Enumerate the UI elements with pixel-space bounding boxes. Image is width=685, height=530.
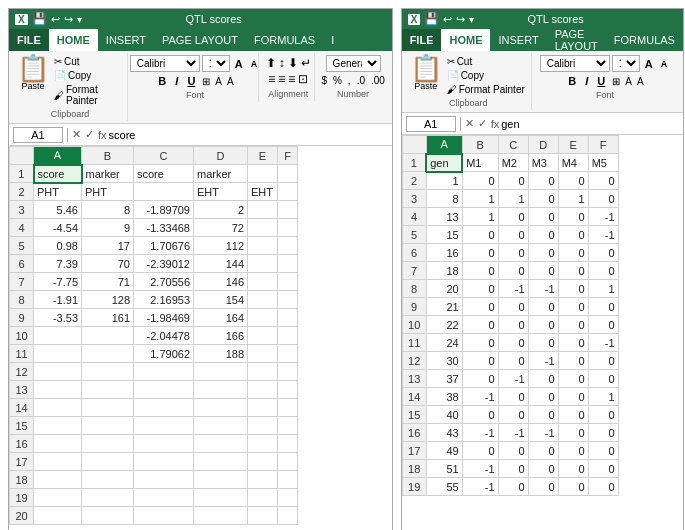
cell-B4-b[interactable]: 1 xyxy=(462,208,498,226)
cell-D9-a[interactable]: 164 xyxy=(194,309,248,327)
cell-E14-a[interactable] xyxy=(248,399,278,417)
cell-F13-b[interactable]: 0 xyxy=(588,370,618,388)
cell-E7-a[interactable] xyxy=(248,273,278,291)
cell-C10-a[interactable]: -2.04478 xyxy=(134,327,194,345)
increase-font-btn-b[interactable]: A xyxy=(642,57,656,71)
cell-E2-a[interactable]: EHT xyxy=(248,183,278,201)
tab-insert-a[interactable]: INSERT xyxy=(98,29,154,51)
cell-B1-b[interactable]: M1 xyxy=(462,154,498,172)
cell-B13-b[interactable]: 0 xyxy=(462,370,498,388)
number-format-select-a[interactable]: General xyxy=(326,55,381,72)
comma-btn-a[interactable]: , xyxy=(346,74,353,87)
cell-D9-b[interactable]: 0 xyxy=(528,298,558,316)
cell-D1-b[interactable]: M3 xyxy=(528,154,558,172)
bold-btn-a[interactable]: B xyxy=(155,74,169,88)
cell-F11-b[interactable]: -1 xyxy=(588,334,618,352)
cell-C9-b[interactable]: 0 xyxy=(498,298,528,316)
tab-file-a[interactable]: FILE xyxy=(9,29,49,51)
cell-C20-a[interactable] xyxy=(134,507,194,525)
row-header-15[interactable]: 15 xyxy=(402,406,426,424)
fill-color-btn-a[interactable]: A xyxy=(214,75,223,88)
underline-btn-a[interactable]: U xyxy=(184,74,198,88)
cell-E2-b[interactable]: 0 xyxy=(558,172,588,190)
row-header-9[interactable]: 9 xyxy=(402,298,426,316)
cell-C5-b[interactable]: 0 xyxy=(498,226,528,244)
cell-E11-a[interactable] xyxy=(248,345,278,363)
cell-F1-b[interactable]: M5 xyxy=(588,154,618,172)
font-color-btn-b[interactable]: A xyxy=(636,75,645,88)
cell-D7-a[interactable]: 146 xyxy=(194,273,248,291)
cell-E12-b[interactable]: 0 xyxy=(558,352,588,370)
dec-decimal-btn-a[interactable]: .00 xyxy=(369,74,387,87)
row-header-7[interactable]: 7 xyxy=(10,273,34,291)
decrease-font-btn-b[interactable]: A xyxy=(658,58,671,70)
cell-F5-a[interactable] xyxy=(278,237,298,255)
cell-A11-b[interactable]: 24 xyxy=(426,334,462,352)
cell-E15-b[interactable]: 0 xyxy=(558,406,588,424)
cell-C18-b[interactable]: 0 xyxy=(498,460,528,478)
cell-D20-a[interactable] xyxy=(194,507,248,525)
cell-B3-a[interactable]: 8 xyxy=(82,201,134,219)
cell-E19-b[interactable]: 0 xyxy=(558,478,588,496)
cell-C11-a[interactable]: 1.79062 xyxy=(134,345,194,363)
copy-btn-a[interactable]: 📄Copy xyxy=(52,69,123,82)
cell-D10-b[interactable]: 0 xyxy=(528,316,558,334)
cell-E9-a[interactable] xyxy=(248,309,278,327)
cell-D10-a[interactable]: 166 xyxy=(194,327,248,345)
row-header-17[interactable]: 17 xyxy=(10,453,34,471)
row-header-11[interactable]: 11 xyxy=(402,334,426,352)
cell-E7-b[interactable]: 0 xyxy=(558,262,588,280)
cancel-formula-icon-a[interactable]: ✕ xyxy=(72,128,81,141)
col-header-F-a[interactable]: F xyxy=(278,147,298,165)
cell-F10-b[interactable]: 0 xyxy=(588,316,618,334)
cell-B11-a[interactable] xyxy=(82,345,134,363)
col-header-A-b[interactable]: A xyxy=(426,136,462,154)
cell-A1-b[interactable]: gen xyxy=(426,154,462,172)
cell-F10-a[interactable] xyxy=(278,327,298,345)
cut-btn-b[interactable]: ✂Cut xyxy=(445,55,527,68)
cell-F18-b[interactable]: 0 xyxy=(588,460,618,478)
row-header-6[interactable]: 6 xyxy=(402,244,426,262)
cell-A3-a[interactable]: 5.46 xyxy=(34,201,82,219)
cell-D5-a[interactable]: 112 xyxy=(194,237,248,255)
cell-A17-b[interactable]: 49 xyxy=(426,442,462,460)
row-header-12[interactable]: 12 xyxy=(10,363,34,381)
row-header-10[interactable]: 10 xyxy=(402,316,426,334)
undo-icon-b[interactable]: ↩ xyxy=(443,13,452,26)
row-header-6[interactable]: 6 xyxy=(10,255,34,273)
cell-A4-a[interactable]: -4.54 xyxy=(34,219,82,237)
cell-F6-a[interactable] xyxy=(278,255,298,273)
cell-B20-a[interactable] xyxy=(82,507,134,525)
align-center-icon-a[interactable]: ≡ xyxy=(277,71,286,87)
cell-C12-a[interactable] xyxy=(134,363,194,381)
cell-D16-b[interactable]: -1 xyxy=(528,424,558,442)
inc-decimal-btn-a[interactable]: .0 xyxy=(355,74,367,87)
cell-C4-a[interactable]: -1.33468 xyxy=(134,219,194,237)
cell-A18-b[interactable]: 51 xyxy=(426,460,462,478)
cell-B12-b[interactable]: 0 xyxy=(462,352,498,370)
row-header-2[interactable]: 2 xyxy=(10,183,34,201)
paste-btn-a[interactable]: 📋 Paste xyxy=(17,55,49,91)
cell-B17-b[interactable]: 0 xyxy=(462,442,498,460)
cell-E4-b[interactable]: 0 xyxy=(558,208,588,226)
row-header-5[interactable]: 5 xyxy=(402,226,426,244)
cell-A12-b[interactable]: 30 xyxy=(426,352,462,370)
cell-B17-a[interactable] xyxy=(82,453,134,471)
font-name-select-b[interactable]: Calibri xyxy=(540,55,610,72)
font-size-select-a[interactable]: 11 xyxy=(202,55,230,72)
increase-font-btn-a[interactable]: A xyxy=(232,57,246,71)
cell-D16-a[interactable] xyxy=(194,435,248,453)
row-header-18[interactable]: 18 xyxy=(10,471,34,489)
align-middle-icon-a[interactable]: ↕ xyxy=(278,55,286,71)
cell-B14-b[interactable]: -1 xyxy=(462,388,498,406)
percent-btn-a[interactable]: $ xyxy=(319,74,329,87)
cell-F19-b[interactable]: 0 xyxy=(588,478,618,496)
cell-F4-b[interactable]: -1 xyxy=(588,208,618,226)
row-header-14[interactable]: 14 xyxy=(10,399,34,417)
underline-btn-b[interactable]: U xyxy=(594,74,608,88)
cell-D15-a[interactable] xyxy=(194,417,248,435)
cell-A18-a[interactable] xyxy=(34,471,82,489)
cell-D2-b[interactable]: 0 xyxy=(528,172,558,190)
cell-F16-a[interactable] xyxy=(278,435,298,453)
cell-D6-a[interactable]: 144 xyxy=(194,255,248,273)
